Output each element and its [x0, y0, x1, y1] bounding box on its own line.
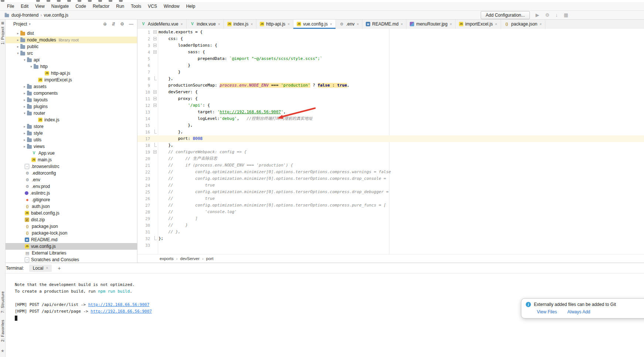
chevron-icon[interactable]: ▸	[22, 131, 27, 135]
chevron-icon[interactable]: ▸	[22, 125, 27, 128]
tree-item-importexcel-js[interactable]: JSimportExcel.js	[5, 77, 137, 83]
tree-item-http-api-js[interactable]: JShttp-api.js	[5, 70, 137, 77]
gear-icon[interactable]: ⚙	[120, 21, 124, 27]
line-number[interactable]: 29	[137, 215, 153, 222]
code-line-9[interactable]: 9 productionSourceMap: process.env.NODE_…	[137, 82, 644, 89]
tab-http-api-js[interactable]: JShttp-api.js×	[256, 19, 293, 29]
project-panel-title[interactable]: Project	[13, 21, 27, 27]
fold-icon[interactable]	[153, 50, 157, 54]
tree-item-index-js[interactable]: JSindex.js	[5, 117, 137, 123]
tab-index-vue[interactable]: Vindex.vue×	[187, 19, 224, 29]
code-line-14[interactable]: 14 logLevel:'debug', //控制台终端打印代理前的真实地址	[137, 115, 644, 122]
code-line-6[interactable]: 6 }	[137, 62, 644, 69]
line-number[interactable]: 20	[137, 155, 153, 162]
line-number[interactable]: 13	[137, 109, 153, 115]
code-line-13[interactable]: 13 target: 'http://192.168.66.56:9007',	[137, 109, 644, 115]
code-line-19[interactable]: 19 // configureWebpack: config => {	[137, 149, 644, 155]
chevron-icon[interactable]: ▾	[22, 58, 27, 62]
chevron-icon[interactable]: ▸	[16, 38, 20, 42]
line-number[interactable]: 3	[137, 42, 153, 49]
tree-item-auth-json[interactable]: {}auth.json	[5, 203, 137, 210]
tree-item-scratches-and-consoles[interactable]: ≡Scratches and Consoles	[5, 256, 137, 263]
line-number[interactable]: 14	[137, 115, 153, 122]
tab-env[interactable]: ⚙.env×	[336, 19, 363, 29]
code-line-3[interactable]: 3 loaderOptions: {	[137, 42, 644, 49]
tree-item-components[interactable]: ▸components	[5, 90, 137, 97]
menu-item-refactor[interactable]: Refactor	[89, 3, 113, 10]
line-number[interactable]: 11	[137, 95, 153, 102]
close-icon[interactable]: ×	[218, 22, 220, 26]
code-line-2[interactable]: 2 css: {	[137, 36, 644, 42]
code-line-21[interactable]: 21 // if (process.env.NODE_ENV === 'prod…	[137, 162, 644, 169]
line-number[interactable]: 15	[137, 122, 153, 129]
line-number[interactable]: 31	[137, 229, 153, 235]
code-line-31[interactable]: 31 // },	[137, 229, 644, 235]
menu-item-window[interactable]: Window	[160, 3, 183, 10]
chevron-icon[interactable]: ▸	[22, 91, 27, 95]
code-line-16[interactable]: 16 },	[137, 129, 644, 135]
breadcrumb-project[interactable]: duoji-frontend	[11, 13, 38, 18]
view-files-link[interactable]: View Files	[537, 309, 557, 314]
code-line-22[interactable]: 22 // config.optimization.minimizer[0].o…	[137, 169, 644, 175]
stripe-favorites-button[interactable]: 2: Favorites	[0, 320, 5, 342]
tree-item-layouts[interactable]: ▸layouts	[5, 97, 137, 103]
chevron-icon[interactable]: ▾	[22, 111, 27, 115]
play-icon[interactable]: ▶	[536, 13, 539, 17]
line-number[interactable]: 9	[137, 82, 153, 89]
menu-item-vcs[interactable]: VCS	[144, 3, 160, 10]
line-number[interactable]: 1	[137, 29, 153, 36]
tree-item-package-json[interactable]: {}package.json	[5, 223, 137, 230]
code-line-28[interactable]: 28 // 'console.log'	[137, 209, 644, 215]
tree-item-env-prod[interactable]: ⚙.env.prod	[5, 183, 137, 190]
line-number[interactable]: 7	[137, 69, 153, 75]
chevron-icon[interactable]: ▾	[16, 51, 20, 55]
breadcrumb-file[interactable]: vue.config.js	[44, 13, 68, 18]
line-number[interactable]: 27	[137, 202, 153, 209]
line-number[interactable]: 24	[137, 182, 153, 189]
fold-icon[interactable]	[153, 30, 157, 34]
fold-icon[interactable]	[153, 150, 157, 154]
tree-item-utils[interactable]: ▸utils	[5, 137, 137, 143]
favorites-star-icon[interactable]: ★	[1, 348, 4, 353]
tree-item-app-vue[interactable]: VApp.vue	[5, 150, 137, 156]
code-line-26[interactable]: 26 // true	[137, 195, 644, 202]
code-line-18[interactable]: 18 },	[137, 142, 644, 149]
menu-item-edit[interactable]: Edit	[17, 3, 32, 10]
stripe-project-button[interactable]: 1: Project	[0, 27, 5, 44]
menu-item-file[interactable]: File	[4, 3, 17, 10]
locate-icon[interactable]: ⊕	[103, 21, 107, 27]
tree-item-readme-md[interactable]: MREADME.md	[5, 236, 137, 243]
close-icon[interactable]: ×	[287, 22, 290, 26]
code-line-29[interactable]: 29 // ]	[137, 215, 644, 222]
code-line-33[interactable]: 33	[137, 242, 644, 249]
tree-item-babel-config-js[interactable]: JSbabel.config.js	[5, 210, 137, 216]
close-icon[interactable]: ×	[46, 266, 48, 270]
close-icon[interactable]: ×	[181, 22, 183, 26]
line-number[interactable]: 26	[137, 195, 153, 202]
menu-item-help[interactable]: Help	[183, 3, 199, 10]
tree-item-package-lock-json[interactable]: {}package-lock.json	[5, 230, 137, 236]
terminal-link[interactable]: http://192.168.66.56:9007	[91, 309, 152, 314]
tree-item-http[interactable]: ▾http	[5, 63, 137, 70]
terminal-cursor[interactable]	[15, 316, 17, 321]
close-icon[interactable]: ×	[251, 22, 253, 26]
tree-item-dist[interactable]: ▸dist	[5, 30, 137, 37]
chevron-icon[interactable]: ▸	[22, 145, 27, 148]
tree-item-router[interactable]: ▾router	[5, 110, 137, 117]
tab-index-js[interactable]: JSindex.js×	[224, 19, 257, 29]
line-number[interactable]: 23	[137, 175, 153, 182]
line-number[interactable]: 22	[137, 169, 153, 175]
tree-item-node-modules[interactable]: ▸node_moduleslibrary root	[5, 37, 137, 43]
line-number[interactable]: 33	[137, 242, 153, 249]
tree-item-browserslistrc[interactable]: ≡.browserslistrc	[5, 163, 137, 170]
code-line-11[interactable]: 11 proxy: {	[137, 95, 644, 102]
tree-item-editorconfig[interactable]: ⚙.editorconfig	[5, 170, 137, 176]
code-line-15[interactable]: 15 },	[137, 122, 644, 129]
fold-icon[interactable]	[153, 97, 157, 100]
stripe-structure-button[interactable]: 7: Structure	[0, 291, 5, 313]
code-line-10[interactable]: 10 devServer: {	[137, 89, 644, 95]
close-icon[interactable]: ×	[539, 22, 542, 26]
close-icon[interactable]: ×	[357, 22, 359, 26]
tree-item-eslintrc-js[interactable]: .eslintrc.js	[5, 190, 137, 196]
code-line-7[interactable]: 7 }	[137, 69, 644, 75]
